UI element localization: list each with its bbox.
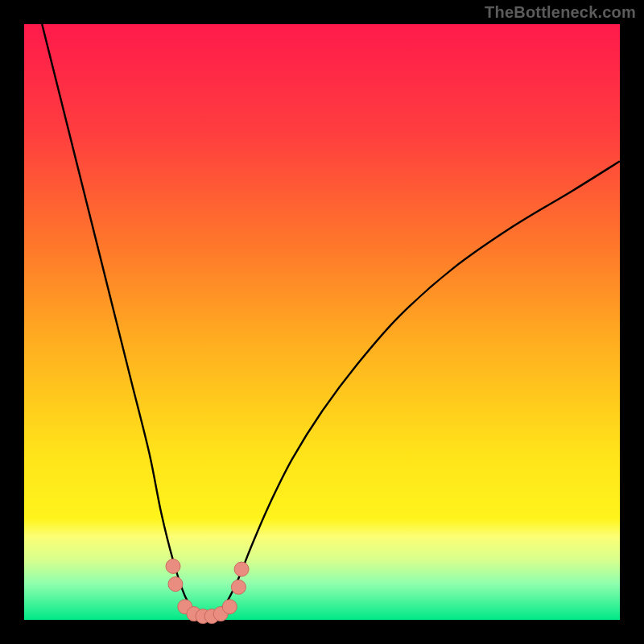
plot-area bbox=[24, 24, 620, 620]
marker-dot bbox=[231, 580, 246, 594]
bottleneck-curve bbox=[42, 24, 620, 617]
marker-dot bbox=[234, 562, 249, 576]
curve-markers bbox=[166, 559, 249, 623]
marker-dot bbox=[166, 559, 180, 573]
marker-dot bbox=[222, 600, 237, 614]
watermark-text: TheBottleneck.com bbox=[485, 3, 636, 22]
curve-svg bbox=[24, 24, 620, 620]
outer-frame: TheBottleneck.com bbox=[0, 0, 644, 644]
marker-dot bbox=[168, 577, 183, 592]
